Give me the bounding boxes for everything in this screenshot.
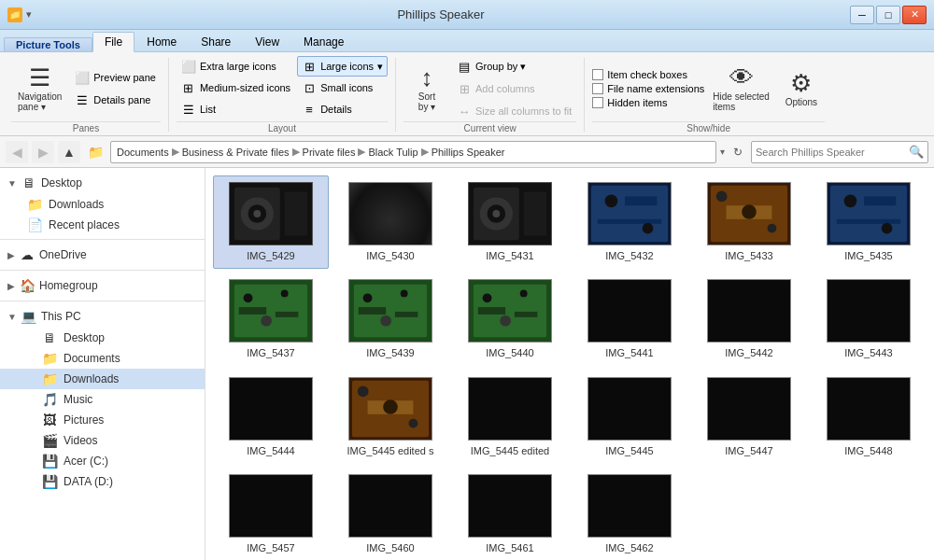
file-item[interactable]: IMG_5435 — [811, 175, 927, 269]
file-thumbnail — [348, 182, 432, 245]
options-button[interactable]: ⚙ Options — [778, 56, 825, 121]
file-item[interactable]: IMG_5448 — [811, 371, 927, 464]
file-name: IMG_5448 — [844, 444, 892, 457]
file-thumbnail — [348, 279, 432, 343]
sidebar-thispc[interactable]: ▼ 💻 This PC — [0, 305, 205, 328]
collapse-arrow: ▼ — [7, 178, 17, 189]
navigation-pane-button[interactable]: ☰ Navigationpane ▾ — [11, 56, 68, 121]
hidden-check-box[interactable] — [592, 97, 603, 108]
preview-pane-button[interactable]: ⬜ Preview pane — [70, 67, 161, 88]
file-item[interactable]: IMG_5460 — [333, 468, 448, 560]
file-item[interactable]: IMG_5432 — [572, 175, 687, 269]
sort-by-button[interactable]: ↕ Sortby ▾ — [403, 56, 450, 121]
tab-home[interactable]: Home — [134, 31, 189, 51]
file-name: IMG_5461 — [486, 541, 533, 554]
sidebar-item-desktop-top[interactable]: ▼ 🖥 Desktop — [0, 172, 205, 194]
sidebar-item-downloads-top[interactable]: 📁 Downloads — [0, 194, 205, 215]
svg-point-47 — [520, 290, 528, 298]
file-item[interactable]: IMG_5444 — [213, 371, 329, 464]
small-icons-button[interactable]: ⊡ Small icons — [297, 77, 388, 98]
item-check-box[interactable] — [592, 69, 603, 80]
details-button[interactable]: ≡ Details — [297, 99, 388, 119]
file-ext-label: File name extensions — [607, 83, 704, 94]
sort-label: Sortby ▾ — [418, 91, 435, 112]
file-item[interactable]: IMG_5461 — [452, 468, 568, 560]
add-columns-button[interactable]: ⊞ Add columns — [452, 78, 576, 99]
file-item[interactable]: IMG_5440 — [452, 273, 568, 366]
minimize-button[interactable]: ─ — [850, 6, 874, 24]
file-item[interactable]: IMG_5445 edited — [452, 371, 568, 464]
search-input[interactable] — [756, 147, 909, 158]
sidebar-item-d-drive[interactable]: 💾 DATA (D:) — [0, 471, 205, 492]
tab-manage[interactable]: Manage — [291, 31, 356, 51]
item-check-boxes-row[interactable]: Item check boxes — [592, 69, 704, 80]
hide-label: Hide selecteditems — [713, 91, 770, 112]
file-item[interactable]: IMG_5445 edited s — [333, 371, 448, 464]
layout-label: Layout — [177, 121, 388, 133]
sidebar-item-documents[interactable]: 📁 Documents — [0, 348, 205, 369]
file-item[interactable]: IMG_5431 — [452, 175, 568, 269]
file-ext-check-box[interactable] — [592, 83, 603, 94]
sidebar-label-music: Music — [64, 393, 92, 406]
size-all-button[interactable]: ↔ Size all columns to fit — [452, 101, 576, 121]
nav-pane-label: Navigationpane ▾ — [18, 91, 62, 112]
file-item[interactable]: IMG_5457 — [213, 468, 329, 560]
sidebar: ▼ 🖥 Desktop 📁 Downloads 📄 Recent places … — [0, 168, 205, 560]
sidebar-item-music[interactable]: 🎵 Music — [0, 389, 205, 410]
file-item[interactable]: IMG_5433 — [691, 175, 807, 269]
svg-point-54 — [409, 418, 418, 427]
medium-icons-button[interactable]: ⊞ Medium-sized icons — [177, 77, 295, 98]
file-item[interactable]: IMG_5445 — [572, 371, 687, 464]
svg-point-40 — [401, 290, 408, 298]
search-box[interactable]: 🔍 — [751, 141, 928, 163]
tab-file[interactable]: File — [92, 32, 134, 52]
sidebar-item-recent[interactable]: 📄 Recent places — [0, 215, 205, 235]
large-icons-button[interactable]: ⊞ Large icons ▾ — [297, 56, 388, 77]
hide-selected-button[interactable]: 👁 Hide selecteditems — [706, 56, 776, 121]
file-item[interactable]: IMG_5429 — [213, 175, 329, 269]
view-label: Current view — [403, 121, 576, 133]
list-button[interactable]: ☰ List — [177, 99, 295, 119]
close-button[interactable]: ✕ — [902, 6, 927, 24]
svg-point-23 — [742, 204, 757, 219]
maximize-button[interactable]: □ — [876, 6, 900, 24]
file-extensions-row[interactable]: File name extensions — [592, 83, 704, 94]
hidden-items-row[interactable]: Hidden items — [592, 97, 704, 108]
sidebar-item-c-drive[interactable]: 💾 Acer (C:) — [0, 451, 205, 471]
refresh-button[interactable]: ↻ — [729, 143, 747, 161]
file-item[interactable]: IMG_5442 — [691, 273, 807, 366]
file-thumbnail — [348, 377, 432, 441]
tab-view[interactable]: View — [243, 31, 291, 51]
back-button[interactable]: ◀ — [6, 141, 28, 163]
sidebar-item-videos[interactable]: 🎬 Videos — [0, 430, 205, 451]
file-name: IMG_5447 — [725, 444, 772, 457]
svg-point-56 — [383, 399, 398, 414]
forward-button[interactable]: ▶ — [32, 141, 54, 163]
sidebar-item-downloads[interactable]: 📁 Downloads — [0, 369, 205, 389]
add-col-label: Add columns — [475, 83, 535, 94]
breadcrumb[interactable]: Documents ▶ Business & Private files ▶ P… — [110, 141, 716, 163]
picture-tools-tab[interactable]: Picture Tools — [4, 37, 92, 51]
file-item[interactable]: IMG_5462 — [572, 468, 687, 560]
extra-large-icons-button[interactable]: ⬜ Extra large icons — [177, 56, 295, 77]
file-item[interactable]: IMG_5441 — [572, 273, 687, 366]
group-by-button[interactable]: ▤ Group by ▾ — [452, 56, 576, 77]
file-item[interactable]: IMG_5443 — [811, 273, 927, 366]
sidebar-onedrive[interactable]: ▶ ☁ OneDrive — [0, 244, 205, 266]
up-button[interactable]: ▲ — [58, 141, 80, 163]
file-item[interactable]: IMG_5447 — [691, 371, 807, 464]
file-item[interactable]: IMG_5430 — [333, 175, 448, 269]
file-item[interactable]: IMG_5439 — [333, 273, 448, 366]
breadcrumb-part-1: Business & Private files — [182, 147, 290, 158]
sidebar-item-desktop-pc[interactable]: 🖥 Desktop — [0, 328, 205, 348]
sidebar-item-pictures[interactable]: 🖼 Pictures — [0, 410, 205, 430]
breadcrumb-dropdown[interactable]: ▾ — [720, 147, 725, 157]
group-label: Group by ▾ — [475, 61, 526, 73]
ribbon-tabs: Picture Tools File Home Share View Manag… — [0, 30, 934, 52]
sidebar-homegroup[interactable]: ▶ 🏠 Homegroup — [0, 274, 205, 297]
file-thumbnail — [587, 474, 672, 538]
tab-share[interactable]: Share — [189, 31, 243, 51]
file-item[interactable]: IMG_5437 — [213, 273, 329, 366]
hide-icon: 👁 — [729, 65, 754, 90]
details-pane-button[interactable]: ☰ Details pane — [70, 90, 161, 110]
